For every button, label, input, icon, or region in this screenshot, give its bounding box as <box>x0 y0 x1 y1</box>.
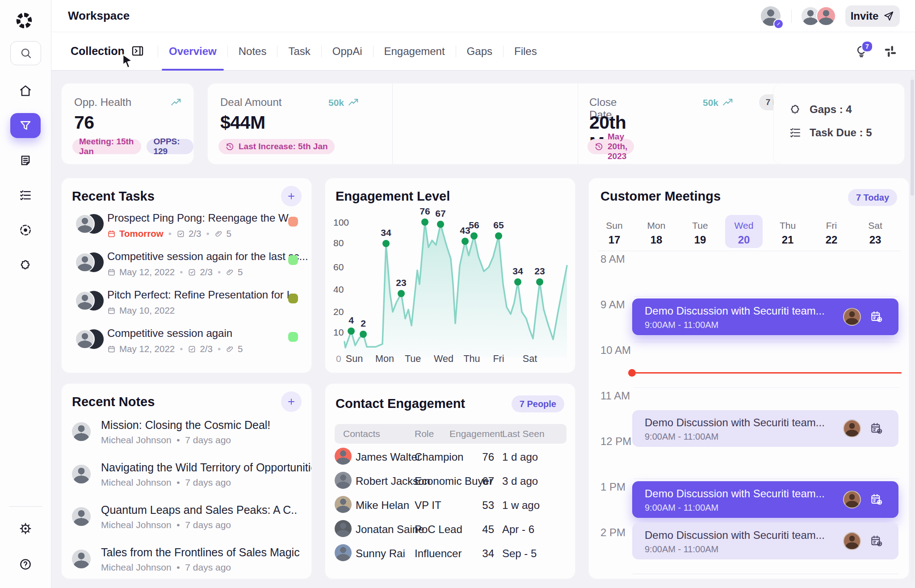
task-meta: May 12, 2022•2/3•5 <box>107 267 243 277</box>
tabs: OverviewNotesTaskOppAiEngagementGapsFile… <box>158 32 548 70</box>
funnel-icon <box>19 119 32 132</box>
attendee-avatar <box>843 491 861 508</box>
calendar-icon <box>107 307 116 315</box>
sidebar-item-opportunities[interactable] <box>10 113 41 138</box>
data-point-label: 67 <box>435 208 445 219</box>
meeting-event[interactable]: Demo Discussion with Securiti team... 9:… <box>632 481 898 518</box>
tabbar-icons: 7 <box>854 32 897 70</box>
event-title: Demo Discussion with Securiti team... <box>645 529 825 542</box>
sidebar-item-home[interactable] <box>10 78 41 103</box>
contact-role: VP IT <box>415 499 441 512</box>
tab-overview[interactable]: Overview <box>158 32 227 70</box>
contact-avatar <box>335 472 352 489</box>
task-row[interactable]: Pitch Perfect: Refine Presentation for I… <box>62 287 312 326</box>
day-name: Fri <box>813 220 850 231</box>
contact-row[interactable]: Jonatan Saine PoC Lead 45 Apr - 6 <box>335 517 567 541</box>
pencil-icon <box>776 21 781 26</box>
sidebar-item-help[interactable] <box>10 552 41 577</box>
contact-avatar <box>335 448 352 465</box>
assignee-avatars <box>75 329 103 349</box>
sidebar-item-tasks[interactable] <box>10 183 41 208</box>
attendee-avatar <box>843 420 861 437</box>
data-point <box>462 238 469 245</box>
assignee-avatars <box>75 252 103 272</box>
col-engagement: Engagement <box>449 428 503 439</box>
target-icon <box>19 223 32 237</box>
panel-toggle-icon <box>131 44 144 58</box>
day-date: 21 <box>769 234 806 246</box>
day-cell-wed[interactable]: Wed 20 <box>725 215 763 248</box>
day-cell-mon[interactable]: Mon 18 <box>638 215 675 248</box>
day-cell-sun[interactable]: Sun 17 <box>596 215 633 248</box>
author-avatar <box>72 550 91 568</box>
contact-row[interactable]: Robert Jackson Economic Buyer 67 3 d ago <box>335 469 567 493</box>
event-title: Demo Discussion with Securiti team... <box>645 487 825 500</box>
search-button[interactable] <box>10 41 41 65</box>
contact-row[interactable]: James Walter Champion 76 1 d ago <box>335 445 567 469</box>
divider <box>633 574 898 574</box>
day-cell-sat[interactable]: Sat 23 <box>856 215 894 248</box>
note-title: Quantum Leaps and Sales Peaks: A C.. <box>101 504 297 517</box>
sidebar-item-integrations[interactable] <box>10 252 41 277</box>
member-avatar-2[interactable] <box>816 6 836 28</box>
scrollbar-track <box>911 76 914 581</box>
note-row[interactable]: Navigating the Wild Territory of Opportu… <box>62 461 311 504</box>
sidebar-item-targets[interactable] <box>10 218 41 243</box>
collection-button[interactable]: Collection <box>68 44 147 58</box>
task-row[interactable]: Prospect Ping Pong: Reengage the W... To… <box>62 210 312 249</box>
note-row[interactable]: Mission: Closing the Cosmic Deal! Michea… <box>62 419 311 461</box>
recent-tasks-card: Recent Tasks Prospect Ping Pong: Reengag… <box>61 178 312 373</box>
checkbox-icon <box>188 268 196 277</box>
calendar-icon <box>107 230 116 238</box>
app-logo <box>14 10 34 31</box>
add-task-button[interactable] <box>281 186 302 206</box>
calendar-icon <box>107 268 116 277</box>
note-row[interactable]: Quantum Leaps and Sales Peaks: A C.. Mic… <box>62 504 311 546</box>
tab-engagement[interactable]: Engagement <box>374 32 456 70</box>
task-row[interactable]: Competitive session again for the last s… <box>62 249 312 287</box>
slack-icon[interactable] <box>884 45 897 58</box>
day-cell-fri[interactable]: Fri 22 <box>813 215 850 248</box>
contact-last-seen: 1 d ago <box>502 451 538 463</box>
tab-notes[interactable]: Notes <box>228 32 277 70</box>
add-note-button[interactable] <box>281 391 302 412</box>
tab-task[interactable]: Task <box>277 32 321 70</box>
stat-label: Opp. Health <box>74 96 131 109</box>
invite-button[interactable]: Invite <box>845 5 900 27</box>
stat-close-date: Close Date 50k 20th May May 20th, 2023 <box>392 84 578 164</box>
sidebar-item-notes[interactable] <box>10 148 41 173</box>
trend-icon <box>170 97 182 109</box>
send-icon <box>883 10 894 22</box>
contact-row[interactable]: Mike Helan VP IT 53 1 w ago <box>335 493 567 517</box>
day-cell-thu[interactable]: Thu 21 <box>769 215 806 248</box>
meeting-event[interactable]: Demo Discussion with Securiti team... 9:… <box>632 523 898 559</box>
paperclip-icon <box>226 345 234 353</box>
attachment-count: 5 <box>214 228 231 239</box>
meeting-event[interactable]: Demo Discussion with Securiti team... 9:… <box>632 410 898 447</box>
paperclip-icon <box>226 268 234 277</box>
tab-gaps[interactable]: Gaps <box>456 32 503 70</box>
contact-row[interactable]: Sunny Rai Influencer 34 Sep - 5 <box>335 541 567 565</box>
task-row[interactable]: Competitive session again May 12, 2022•2… <box>62 326 312 364</box>
contact-engagement-score: 67 <box>449 475 494 487</box>
status-chip <box>288 255 298 265</box>
day-cell-tue[interactable]: Tue 19 <box>681 215 719 248</box>
sidebar-item-settings[interactable] <box>10 516 41 541</box>
due-date: May 12, 2022 <box>107 344 175 354</box>
day-date: 23 <box>856 234 894 246</box>
contact-engagement-score: 34 <box>449 547 494 560</box>
current-user-avatar[interactable] <box>761 6 781 28</box>
tab-files[interactable]: Files <box>504 32 548 70</box>
insights-button[interactable]: 7 <box>854 44 869 59</box>
note-row[interactable]: Tales from the Frontlines of Sales Magic… <box>62 546 311 579</box>
x-tick-wed: Wed <box>434 353 453 365</box>
card-title: Recent Tasks <box>72 189 155 204</box>
scrollbar-thumb[interactable] <box>911 80 914 196</box>
paperclip-icon <box>214 230 223 238</box>
tab-oppai[interactable]: OppAi <box>322 32 373 70</box>
x-tick-sat: Sat <box>523 353 537 365</box>
data-point-label: 65 <box>493 220 504 231</box>
data-point <box>421 218 428 226</box>
event-title: Demo Discussion with Securiti team... <box>645 305 825 317</box>
meeting-event[interactable]: Demo Discussion with Securiti team... 9:… <box>632 298 898 335</box>
